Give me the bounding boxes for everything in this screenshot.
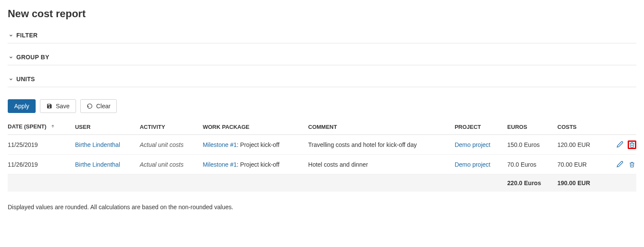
delete-icon[interactable] — [628, 160, 636, 169]
sort-ascending-icon — [51, 124, 55, 130]
delete-icon[interactable] — [628, 140, 636, 149]
filter-section-toggle[interactable]: FILTER — [8, 27, 636, 43]
page-title: New cost report — [8, 8, 636, 20]
cell-date: 11/25/2019 — [8, 135, 75, 155]
cell-comment: Travelling costs and hotel for kick-off … — [308, 135, 455, 155]
groupby-section-toggle[interactable]: GROUP BY — [8, 49, 636, 65]
apply-button[interactable]: Apply — [8, 99, 36, 113]
totals-row: 220.0 Euros 190.00 EUR — [8, 174, 636, 192]
col-activity[interactable]: ACTIVITY — [140, 119, 203, 135]
table-row: 11/26/2019 Birthe Lindenthal Actual unit… — [8, 155, 636, 174]
total-costs: 190.00 EUR — [557, 174, 606, 192]
cell-costs: 70.00 EUR — [557, 155, 606, 174]
units-label: UNITS — [16, 76, 35, 82]
work-package-rest: : Project kick-off — [237, 161, 279, 168]
col-work-package[interactable]: WORK PACKAGE — [203, 119, 308, 135]
cell-costs: 120.00 EUR — [557, 135, 606, 155]
save-icon — [46, 103, 52, 109]
save-button[interactable]: Save — [40, 99, 76, 113]
col-project[interactable]: PROJECT — [455, 119, 507, 135]
chevron-down-icon — [8, 54, 14, 60]
project-link[interactable]: Demo project — [455, 161, 490, 168]
work-package-link[interactable]: Milestone #1 — [203, 161, 237, 168]
clear-button-label: Clear — [96, 103, 110, 110]
chevron-down-icon — [8, 32, 14, 38]
action-button-row: Apply Save Clear — [8, 99, 636, 113]
col-date-spent[interactable]: DATE (SPENT) — [8, 119, 75, 135]
col-costs[interactable]: COSTS — [557, 119, 606, 135]
col-user[interactable]: USER — [75, 119, 140, 135]
cell-euros: 150.0 Euros — [507, 135, 558, 155]
edit-icon[interactable] — [616, 140, 624, 149]
undo-icon — [87, 103, 93, 109]
work-package-link[interactable]: Milestone #1 — [203, 141, 237, 148]
col-comment[interactable]: COMMENT — [308, 119, 455, 135]
col-date-spent-label: DATE (SPENT) — [8, 123, 46, 130]
project-link[interactable]: Demo project — [455, 141, 490, 148]
user-link[interactable]: Birthe Lindenthal — [75, 161, 120, 168]
chevron-down-icon — [8, 76, 14, 82]
filter-label: FILTER — [16, 32, 38, 39]
cell-comment: Hotel costs and dinner — [308, 155, 455, 174]
cell-activity: Actual unit costs — [140, 155, 203, 174]
user-link[interactable]: Birthe Lindenthal — [75, 141, 120, 148]
cell-euros: 70.0 Euros — [507, 155, 558, 174]
save-button-label: Save — [56, 103, 70, 110]
cell-activity: Actual unit costs — [140, 135, 203, 155]
table-header-row: DATE (SPENT) USER ACTIVITY WORK PACKAGE … — [8, 119, 636, 135]
clear-button[interactable]: Clear — [80, 99, 117, 113]
units-section-toggle[interactable]: UNITS — [8, 71, 636, 87]
groupby-label: GROUP BY — [16, 54, 49, 61]
cost-report-table: DATE (SPENT) USER ACTIVITY WORK PACKAGE … — [8, 119, 636, 192]
work-package-rest: : Project kick-off — [237, 141, 279, 148]
cell-date: 11/26/2019 — [8, 155, 75, 174]
edit-icon[interactable] — [616, 160, 624, 168]
table-row: 11/25/2019 Birthe Lindenthal Actual unit… — [8, 135, 636, 155]
footer-note: Displayed values are rounded. All calcul… — [8, 204, 636, 210]
col-euros[interactable]: EUROS — [507, 119, 558, 135]
total-euros: 220.0 Euros — [507, 174, 558, 192]
